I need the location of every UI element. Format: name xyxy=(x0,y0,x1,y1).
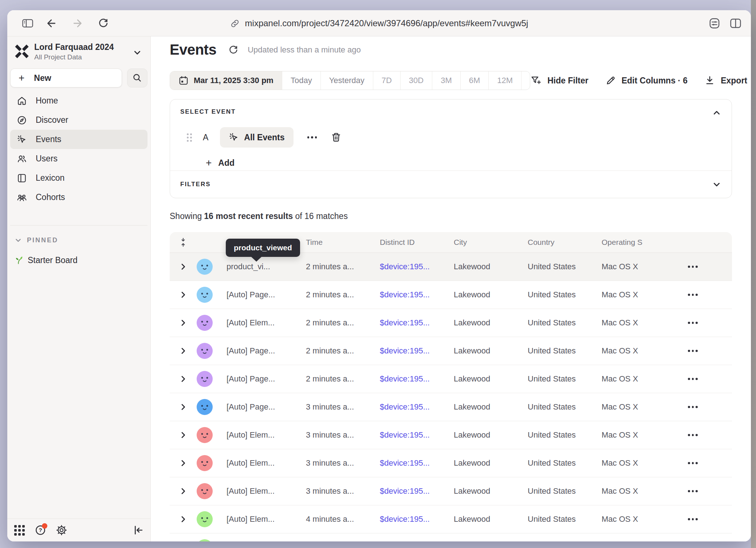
range-xtd-button[interactable]: XTD xyxy=(521,71,530,90)
sidebar-item-events[interactable]: Events xyxy=(10,130,147,149)
distinct-id-link[interactable]: $device:195... xyxy=(380,290,454,300)
collapse-all-rows-icon[interactable] xyxy=(178,237,188,247)
distinct-id-link[interactable]: $device:195... xyxy=(380,514,454,524)
event-country: United States xyxy=(528,374,602,384)
project-switcher[interactable]: Lord Farquaad 2024 All Project Data xyxy=(7,41,150,65)
row-actions-icon[interactable] xyxy=(684,346,701,356)
expand-row-icon[interactable] xyxy=(179,431,187,439)
refresh-icon[interactable] xyxy=(228,44,239,55)
sidebar-footer: ? xyxy=(7,518,150,541)
event-name: [Auto] Page... xyxy=(227,402,306,412)
sidebar-item-home[interactable]: Home xyxy=(10,91,147,110)
distinct-id-link[interactable]: $device:195... xyxy=(380,346,454,356)
sidebar-item-starter-board[interactable]: Starter Board xyxy=(13,252,78,268)
chevron-down-icon xyxy=(133,48,142,57)
event-os: Mac OS X xyxy=(602,514,676,524)
expand-section-icon[interactable] xyxy=(711,179,722,190)
sidebar-item-users[interactable]: Users xyxy=(10,149,147,168)
collapse-section-icon[interactable] xyxy=(711,107,722,118)
link-icon xyxy=(230,19,240,28)
apps-grid-icon[interactable] xyxy=(13,524,25,536)
help-icon[interactable]: ? xyxy=(34,524,47,536)
range-6m-button[interactable]: 6M xyxy=(461,71,489,90)
row-actions-icon[interactable] xyxy=(684,290,701,300)
row-actions-icon[interactable] xyxy=(684,486,701,496)
event-avatar xyxy=(197,455,213,471)
expand-row-icon[interactable] xyxy=(179,291,187,299)
settings-gear-icon[interactable] xyxy=(55,524,68,536)
distinct-id-link[interactable]: $device:195... xyxy=(380,430,454,440)
browser-toolbar: mixpanel.com/project/3472420/view/397469… xyxy=(7,10,751,36)
expand-row-icon[interactable] xyxy=(179,375,187,383)
expand-row-icon[interactable] xyxy=(179,319,187,327)
new-button[interactable]: + New xyxy=(10,68,122,87)
hide-filter-button[interactable]: Hide Filter xyxy=(530,75,588,86)
current-date-range-button[interactable]: Mar 11, 2025 3:30 pm xyxy=(170,71,282,90)
distinct-id-link[interactable]: $device:195... xyxy=(380,486,454,496)
event-time: 2 minutes a... xyxy=(306,346,380,356)
sidebar-item-cohorts[interactable]: Cohorts xyxy=(10,188,147,207)
range-12m-button[interactable]: 12M xyxy=(489,71,521,90)
address-bar[interactable]: mixpanel.com/project/3472420/view/397469… xyxy=(230,10,528,36)
export-button[interactable]: Export xyxy=(704,75,747,86)
reload-icon[interactable] xyxy=(97,17,110,30)
event-time: 3 minutes a... xyxy=(306,458,380,468)
event-table-row: [Auto] Page... 3 minutes a... $device:19… xyxy=(170,393,732,421)
row-actions-icon[interactable] xyxy=(684,318,701,328)
column-header-distinct-id[interactable]: Distinct ID xyxy=(380,238,454,247)
desktop-edge xyxy=(751,0,756,548)
pinned-section-toggle[interactable]: PINNED xyxy=(15,234,58,246)
add-event-button[interactable]: + Add xyxy=(206,158,235,168)
event-name: [Auto] Elem... xyxy=(227,318,306,328)
column-header-city[interactable]: City xyxy=(454,238,528,247)
range-yesterday-button[interactable]: Yesterday xyxy=(321,71,373,90)
event-os: Mac OS X xyxy=(602,486,676,496)
event-selector-button[interactable]: All Events xyxy=(220,127,293,148)
row-actions-icon[interactable] xyxy=(684,402,701,412)
event-table-row: [Auto] Elem... 4 minutes a... $device:19… xyxy=(170,505,732,533)
forward-icon[interactable] xyxy=(71,17,84,30)
search-button[interactable] xyxy=(127,68,147,87)
event-table-row: [Auto] Page... 2 minutes a... $device:19… xyxy=(170,365,732,393)
range-3m-button[interactable]: 3M xyxy=(432,71,461,90)
distinct-id-link[interactable]: $device:195... xyxy=(380,458,454,468)
range-30d-button[interactable]: 30D xyxy=(401,71,432,90)
expand-row-icon[interactable] xyxy=(179,263,187,271)
range-7d-button[interactable]: 7D xyxy=(373,71,401,90)
event-time: 2 minutes a... xyxy=(306,374,380,384)
sidebar-item-lexicon[interactable]: Lexicon xyxy=(10,168,147,188)
row-actions-icon[interactable] xyxy=(684,514,701,524)
row-actions-icon[interactable] xyxy=(684,262,701,271)
delete-event-button[interactable] xyxy=(331,132,342,143)
edit-columns-button[interactable]: Edit Columns · 6 xyxy=(605,75,688,86)
column-header-time[interactable]: Time xyxy=(306,238,380,247)
split-view-icon[interactable] xyxy=(729,17,742,30)
row-actions-icon[interactable] xyxy=(684,374,701,384)
expand-row-icon[interactable] xyxy=(179,515,187,523)
expand-row-icon[interactable] xyxy=(179,459,187,467)
browser-sidebar-toggle-icon[interactable] xyxy=(21,17,34,30)
sidebar-item-label: Discover xyxy=(36,115,68,125)
expand-row-icon[interactable] xyxy=(179,403,187,411)
row-actions-icon[interactable] xyxy=(684,430,701,440)
distinct-id-link[interactable]: $device:195... xyxy=(380,262,454,271)
sidebar-nav: Home Discover Events xyxy=(10,91,147,207)
range-today-button[interactable]: Today xyxy=(282,71,321,90)
drag-handle-icon[interactable] xyxy=(187,133,192,142)
collapse-sidebar-icon[interactable] xyxy=(132,524,145,536)
distinct-id-link[interactable]: $device:195... xyxy=(380,402,454,412)
browser-window: mixpanel.com/project/3472420/view/397469… xyxy=(7,10,751,541)
back-icon[interactable] xyxy=(45,17,58,30)
event-options-button[interactable] xyxy=(304,133,321,142)
sidebar-item-discover[interactable]: Discover xyxy=(10,110,147,130)
users-icon xyxy=(17,154,27,164)
distinct-id-link[interactable]: $device:195... xyxy=(380,374,454,384)
expand-row-icon[interactable] xyxy=(179,347,187,355)
row-actions-icon[interactable] xyxy=(684,458,701,468)
distinct-id-link[interactable]: $device:195... xyxy=(380,318,454,328)
column-header-country[interactable]: Country xyxy=(528,238,602,247)
column-header-os[interactable]: Operating S xyxy=(602,238,676,247)
browser-settings-icon[interactable] xyxy=(708,17,721,30)
event-time: 2 minutes a... xyxy=(306,262,380,271)
expand-row-icon[interactable] xyxy=(179,487,187,495)
